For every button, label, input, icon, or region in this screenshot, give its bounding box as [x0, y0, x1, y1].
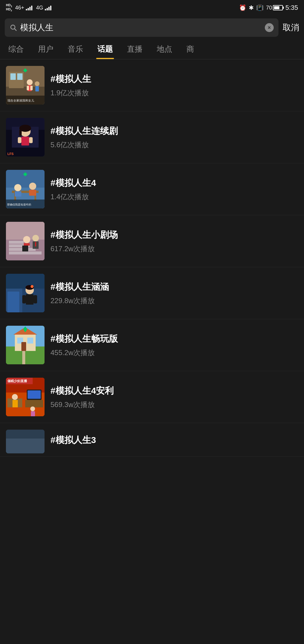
svg-point-44	[23, 236, 30, 243]
thumbnail-8	[6, 430, 45, 453]
svg-rect-23	[18, 137, 21, 143]
svg-rect-68	[22, 351, 25, 364]
result-title-5: #模拟人生涵涵	[50, 281, 298, 293]
results-list: 现在全家就我和女儿 #模拟人生 1.9亿次播放	[0, 59, 304, 457]
bluetooth-icon: ✱	[249, 4, 254, 11]
svg-point-11	[35, 81, 39, 86]
signal-46-label: 46+	[15, 5, 24, 11]
svg-point-33	[29, 183, 36, 190]
result-title-1: #模拟人生	[50, 73, 298, 85]
search-input-wrapper[interactable]: 模拟人生 ×	[5, 18, 278, 37]
result-item-4[interactable]: #模拟人生小剧场 617.2w次播放	[0, 215, 304, 267]
result-item-5[interactable]: #模拟人生涵涵 229.8w次播放	[0, 267, 304, 319]
tab-综合[interactable]: 综合	[1, 40, 31, 59]
result-count-6: 455.2w次播放	[50, 348, 298, 357]
svg-rect-46	[22, 246, 28, 251]
svg-point-56	[31, 285, 34, 288]
result-count-5: 229.8w次播放	[50, 296, 298, 306]
svg-text:现在全家就我和女儿: 现在全家就我和女儿	[7, 99, 34, 102]
tab-商品[interactable]: 商	[179, 40, 201, 59]
svg-rect-53	[7, 292, 19, 312]
tab-话题[interactable]: 话题	[90, 40, 120, 59]
svg-text:LFS: LFS	[7, 152, 14, 156]
clear-button[interactable]: ×	[265, 23, 274, 32]
thumbnail-5	[6, 274, 45, 312]
battery-body	[273, 5, 283, 10]
svg-rect-59	[34, 295, 37, 303]
result-info-5: #模拟人生涵涵 229.8w次播放	[50, 281, 298, 306]
svg-text:那确信我是知道咋的: 那确信我是知道咋的	[7, 203, 31, 206]
result-item-1[interactable]: 现在全家就我和女儿 #模拟人生 1.9亿次播放	[0, 59, 304, 111]
thumbnail-2: LFS	[6, 118, 45, 156]
svg-point-7	[27, 79, 33, 85]
clock-time: 5:35	[285, 4, 298, 12]
signal-4g-label: 4G	[36, 5, 43, 11]
svg-point-75	[12, 394, 18, 400]
svg-point-81	[30, 406, 35, 411]
battery-percent: 70	[266, 5, 272, 11]
svg-rect-40	[9, 251, 42, 254]
result-info-2: #模拟人生连续剧 5.6亿次播放	[50, 125, 298, 150]
svg-rect-84	[6, 439, 45, 453]
result-count-3: 1.4亿次播放	[50, 192, 298, 202]
tab-地点[interactable]: 地点	[150, 40, 179, 59]
result-title-2: #模拟人生连续剧	[50, 125, 298, 137]
result-item-7[interactable]: 催眠少妇直播 #模拟人生4安利 569.3w次播放	[0, 371, 304, 423]
result-title-6: #模拟人生畅玩版	[50, 333, 298, 345]
signal-bars-2	[45, 5, 51, 10]
svg-rect-43	[9, 241, 24, 244]
svg-line-1	[15, 29, 16, 31]
search-bar-container: 模拟人生 × 取消	[0, 15, 304, 40]
result-count-4: 617.2w次播放	[50, 244, 298, 254]
search-query: 模拟人生	[20, 22, 262, 33]
hd1-label: HD1	[6, 4, 12, 8]
svg-rect-24	[29, 137, 33, 143]
result-info-1: #模拟人生 1.9亿次播放	[50, 73, 298, 98]
tab-音乐[interactable]: 音乐	[61, 40, 90, 59]
search-icon	[10, 24, 17, 31]
thumbnail-1: 现在全家就我和女儿	[6, 66, 45, 105]
result-info-3: #模拟人生4 1.4亿次播放	[50, 177, 298, 202]
result-info-7: #模拟人生4安利 569.3w次播放	[50, 385, 298, 409]
result-title-4: #模拟人生小剧场	[50, 229, 298, 241]
hd-badge: HD1 HD2	[6, 4, 12, 12]
svg-point-47	[32, 235, 39, 241]
svg-rect-34	[29, 190, 36, 196]
svg-rect-9	[27, 86, 29, 90]
svg-text:催眠少妇直播: 催眠少妇直播	[7, 379, 27, 383]
result-info-8: #模拟人生3	[50, 434, 298, 449]
clock-icon: ⏰	[239, 4, 246, 11]
cancel-button[interactable]: 取消	[283, 22, 299, 33]
svg-rect-32	[15, 191, 21, 197]
tab-用户[interactable]: 用户	[31, 40, 61, 59]
thumbnail-3: 那确信我是知道咋的	[6, 170, 45, 208]
svg-rect-58	[22, 295, 26, 303]
status-left: HD1 HD2 46+ 4G	[6, 4, 51, 12]
result-item-2[interactable]: LFS #模拟人生连续剧 5.6亿次播放	[0, 111, 304, 163]
svg-point-31	[14, 184, 21, 191]
svg-rect-66	[27, 338, 33, 344]
result-count-2: 5.6亿次播放	[50, 140, 298, 150]
battery-fill	[274, 6, 279, 9]
result-info-4: #模拟人生小剧场 617.2w次播放	[50, 229, 298, 254]
vibrate-icon: 📳	[256, 4, 264, 11]
svg-rect-10	[30, 86, 33, 90]
result-item-8[interactable]: #模拟人生3	[0, 423, 304, 457]
tab-直播[interactable]: 直播	[120, 40, 150, 59]
result-title-3: #模拟人生4	[50, 177, 298, 189]
svg-rect-21	[19, 130, 22, 136]
signal-bars-1	[26, 5, 32, 10]
battery: 70	[266, 5, 283, 11]
result-title-8: #模拟人生3	[50, 434, 298, 446]
svg-rect-22	[21, 137, 29, 145]
thumbnail-6	[6, 326, 45, 364]
svg-rect-49	[35, 242, 36, 246]
svg-rect-5	[10, 73, 16, 80]
result-item-6[interactable]: #模拟人生畅玩版 455.2w次播放	[0, 319, 304, 371]
svg-rect-6	[17, 73, 23, 80]
result-item-3[interactable]: 那确信我是知道咋的 #模拟人生4 1.4亿次播放	[0, 163, 304, 215]
tabs-container: 综合 用户 音乐 话题 直播 地点 商	[0, 40, 304, 59]
svg-rect-74	[25, 400, 43, 407]
clear-icon[interactable]: ×	[268, 25, 271, 30]
svg-rect-78	[28, 390, 41, 399]
